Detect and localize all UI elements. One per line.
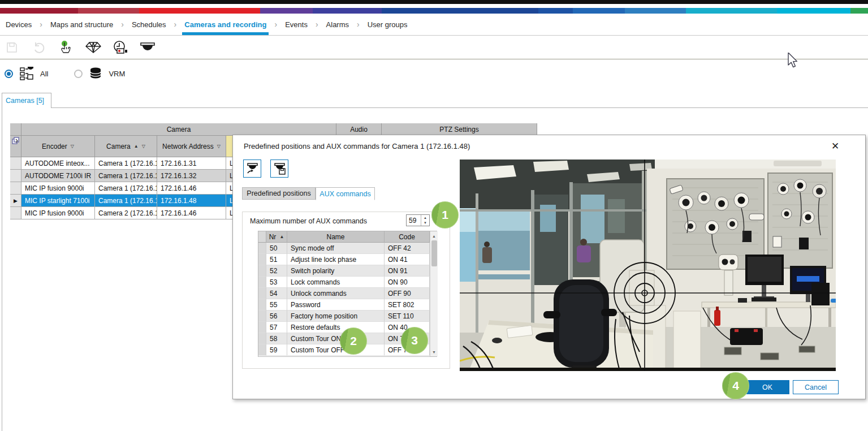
row-selector[interactable] bbox=[10, 157, 21, 170]
aux-nr[interactable]: 56 bbox=[266, 311, 287, 322]
aux-row-selector[interactable] bbox=[258, 243, 266, 254]
aux-code[interactable]: SET 802 bbox=[385, 299, 430, 311]
aux-code[interactable]: ON 91 bbox=[385, 265, 430, 277]
cell-camera[interactable]: Camera 2 (172.16.1.... bbox=[95, 207, 157, 219]
aux-name[interactable]: Custom Tour OFF bbox=[287, 344, 385, 356]
column-header-camera[interactable]: Camera▲▽ bbox=[95, 136, 157, 157]
max-aux-value[interactable]: 59 bbox=[407, 215, 421, 226]
ptz-move-button[interactable] bbox=[243, 160, 261, 178]
aux-header-code[interactable]: Code bbox=[385, 231, 430, 243]
aux-name[interactable]: Adjust line lock phase bbox=[287, 254, 385, 265]
cell-encoder[interactable]: MIC IP fusion 9000i bbox=[21, 182, 95, 195]
row-selector[interactable] bbox=[10, 182, 21, 195]
cell-camera[interactable]: Camera 1 (172.16.1.... bbox=[95, 157, 157, 170]
row-selector[interactable] bbox=[10, 170, 21, 182]
aux-nr[interactable]: 59 bbox=[266, 344, 287, 356]
cell-ip-selected[interactable]: 172.16.1.48 bbox=[157, 195, 226, 207]
cell-camera-selected[interactable]: Camera 1 (172.16.1.... bbox=[95, 195, 157, 207]
aux-name[interactable]: Custom Tour ON bbox=[287, 333, 385, 344]
aux-code[interactable]: OFF 90 bbox=[385, 288, 430, 299]
aux-row-selector[interactable] bbox=[258, 333, 266, 344]
max-aux-spinner[interactable]: 59 ▲ ▼ bbox=[406, 214, 430, 226]
ok-button[interactable]: OK bbox=[745, 380, 789, 394]
group-header-camera: Camera bbox=[21, 123, 336, 136]
save-button[interactable] bbox=[3, 39, 20, 56]
stream-quality-button[interactable] bbox=[85, 39, 102, 56]
column-header-network-address[interactable]: Network Address▽ bbox=[157, 136, 226, 157]
cell-camera[interactable]: Camera 1 (172.16.1.... bbox=[95, 182, 157, 195]
aux-name[interactable]: Password bbox=[287, 299, 385, 311]
row-selector[interactable] bbox=[10, 207, 21, 219]
cell-encoder[interactable]: MIC IP fusion 9000i bbox=[21, 207, 95, 219]
tab-cameras[interactable]: Cameras [5] bbox=[2, 93, 51, 108]
filter-icon[interactable]: ▽ bbox=[217, 144, 221, 149]
breadcrumb-devices[interactable]: Devices bbox=[3, 14, 34, 35]
cell-encoder[interactable]: AUTODOME 7100i IR bbox=[21, 170, 95, 182]
aux-nr[interactable]: 54 bbox=[266, 288, 287, 299]
aux-row-selector[interactable] bbox=[258, 322, 266, 333]
dome-camera-button[interactable] bbox=[139, 39, 156, 56]
aux-nr[interactable]: 57 bbox=[266, 322, 287, 333]
filter-icon[interactable]: ▽ bbox=[142, 144, 145, 149]
breadcrumb-events[interactable]: Events bbox=[283, 14, 310, 35]
aux-name[interactable]: Unlock commands bbox=[287, 288, 385, 299]
aux-code[interactable]: OFF 42 bbox=[385, 243, 430, 254]
close-icon[interactable]: ✕ bbox=[828, 139, 843, 153]
aux-row-selector[interactable] bbox=[258, 277, 266, 288]
aux-nr[interactable]: 58 bbox=[266, 333, 287, 344]
aux-code[interactable]: ON 41 bbox=[385, 254, 430, 265]
breadcrumb-cameras-and-recording[interactable]: Cameras and recording bbox=[182, 14, 269, 35]
aux-nr[interactable]: 50 bbox=[266, 243, 287, 254]
select-all-icon[interactable] bbox=[12, 137, 20, 145]
tab-predefined-positions[interactable]: Predefined positions bbox=[242, 187, 316, 200]
cell-encoder-selected[interactable]: MIC IP starlight 7100i bbox=[21, 195, 95, 207]
breadcrumb-user-groups[interactable]: User groups bbox=[365, 14, 410, 35]
aux-row-selector[interactable] bbox=[258, 311, 266, 322]
aux-name[interactable]: Switch polarity bbox=[287, 265, 385, 277]
cell-ip[interactable]: 172.16.1.32 bbox=[157, 170, 226, 182]
aux-nr[interactable]: 53 bbox=[266, 277, 287, 288]
scroll-down-icon[interactable]: ▼ bbox=[432, 347, 436, 356]
scrollbar-thumb[interactable] bbox=[431, 240, 437, 266]
cell-ip[interactable]: 172.16.1.46 bbox=[157, 182, 226, 195]
cell-ip[interactable]: 172.16.1.46 bbox=[157, 207, 226, 219]
scheduled-recording-button[interactable] bbox=[112, 39, 129, 56]
save-position-button[interactable] bbox=[270, 160, 288, 178]
cell-ip[interactable]: 172.16.1.31 bbox=[157, 157, 226, 170]
breadcrumb-maps-and-structure[interactable]: Maps and structure bbox=[48, 14, 115, 35]
filter-icon[interactable]: ▽ bbox=[71, 144, 74, 149]
aux-nr[interactable]: 52 bbox=[266, 265, 287, 277]
aux-row-selector[interactable] bbox=[258, 254, 266, 265]
tab-aux-commands[interactable]: AUX commands bbox=[316, 187, 375, 200]
scroll-up-icon[interactable]: ▲ bbox=[432, 231, 436, 240]
aux-nr[interactable]: 55 bbox=[266, 299, 287, 311]
aux-code[interactable]: ON 90 bbox=[385, 277, 430, 288]
column-header-encoder[interactable]: Encoder▽ bbox=[21, 136, 95, 157]
aux-row-selector[interactable] bbox=[258, 299, 266, 311]
aux-table-scrollbar[interactable]: ▲ ▼ bbox=[430, 231, 438, 356]
cell-camera[interactable]: Camera 1 (172.16.1.... bbox=[95, 170, 157, 182]
breadcrumb-alarms[interactable]: Alarms bbox=[324, 14, 351, 35]
aux-row-selector[interactable] bbox=[258, 344, 266, 356]
cell-encoder[interactable]: AUTODOME inteox... bbox=[21, 157, 95, 170]
spinner-down-icon[interactable]: ▼ bbox=[421, 221, 429, 226]
aux-code[interactable]: SET 110 bbox=[385, 311, 430, 322]
aux-nr[interactable]: 51 bbox=[266, 254, 287, 265]
manual-assign-button[interactable] bbox=[58, 39, 75, 56]
aux-header-nr[interactable]: Nr▲ bbox=[266, 231, 287, 243]
radio-all[interactable] bbox=[5, 70, 13, 78]
undo-button[interactable] bbox=[31, 39, 47, 56]
aux-header-name[interactable]: Name bbox=[287, 231, 385, 243]
cancel-button[interactable]: Cancel bbox=[793, 380, 839, 394]
row-selector-current[interactable]: ▶ bbox=[10, 195, 21, 207]
spinner-up-icon[interactable]: ▲ bbox=[421, 215, 429, 221]
aux-row-selector[interactable] bbox=[258, 265, 266, 277]
aux-name[interactable]: Restore defaults bbox=[287, 322, 385, 333]
breadcrumb-schedules[interactable]: Schedules bbox=[129, 14, 169, 35]
aux-name[interactable]: Sync mode off bbox=[287, 243, 385, 254]
aux-name[interactable]: Lock commands bbox=[287, 277, 385, 288]
aux-name[interactable]: Factory home position bbox=[287, 311, 385, 322]
aux-row-selector[interactable] bbox=[258, 288, 266, 299]
camera-live-preview[interactable] bbox=[460, 160, 836, 371]
radio-vrm[interactable] bbox=[74, 70, 83, 78]
